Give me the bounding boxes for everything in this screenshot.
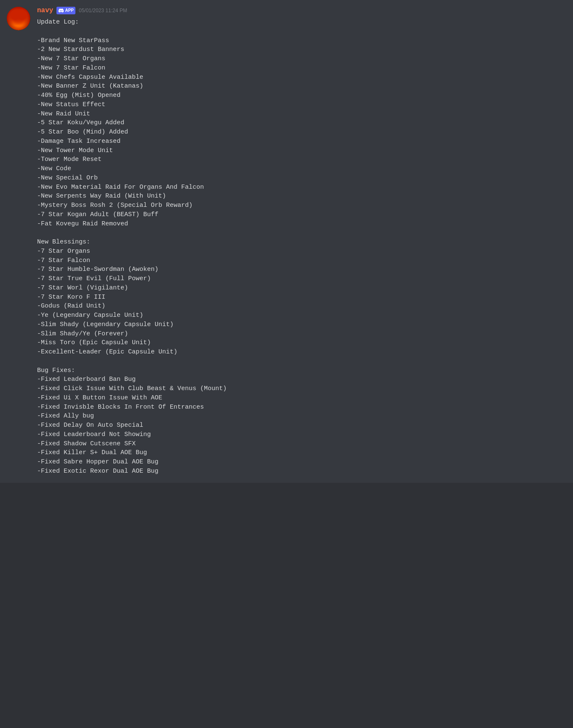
message-body: Update Log: -Brand New StarPass -2 New S… xyxy=(37,18,566,476)
message-content: navy APP 05/01/2023 11:24 PM Update Log:… xyxy=(37,7,566,476)
message-container: navy APP 05/01/2023 11:24 PM Update Log:… xyxy=(0,0,573,483)
avatar xyxy=(7,7,30,30)
bot-badge: APP xyxy=(56,7,75,14)
timestamp: 05/01/2023 11:24 PM xyxy=(79,8,127,13)
message-header: navy APP 05/01/2023 11:24 PM xyxy=(37,7,566,14)
avatar-image xyxy=(7,7,30,30)
username: navy xyxy=(37,7,53,14)
